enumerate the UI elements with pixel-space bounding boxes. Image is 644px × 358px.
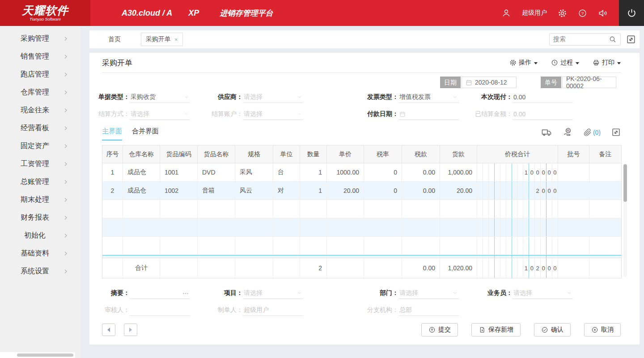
cell[interactable]: 对 [273,182,300,200]
pay-date-input[interactable] [398,108,459,120]
cancel-button[interactable]: 取消 [584,323,621,337]
cell[interactable]: 1 [300,163,327,181]
power-button[interactable] [619,0,644,26]
vertical-scrollbar[interactable] [623,163,627,277]
cell[interactable] [102,256,123,258]
cell[interactable] [477,256,558,258]
cell[interactable] [235,237,273,255]
cell[interactable] [589,163,621,181]
cell[interactable] [589,218,621,236]
tab-merged-view[interactable]: 合并界面 [132,127,159,136]
cell[interactable] [235,258,273,278]
table-empty-row[interactable] [102,200,621,218]
cell[interactable] [300,237,327,255]
search-icon[interactable] [609,35,617,43]
cash-paid-input[interactable]: 0.00 [513,91,573,103]
cell[interactable]: 成品仓 [123,163,160,181]
cell[interactable] [327,218,364,236]
table-partial-row[interactable] [102,255,621,258]
cell[interactable] [160,237,198,255]
cell[interactable] [273,237,300,255]
table-total-row[interactable]: 合计20.001,020.00102000 [102,258,621,278]
cell[interactable] [123,237,160,255]
attachment-button[interactable]: (0) [584,128,601,136]
cell[interactable] [364,237,402,255]
table-empty-row[interactable] [102,218,621,237]
cell[interactable] [440,218,477,236]
sidebar-item[interactable]: 跑店管理 [0,65,80,83]
cell[interactable] [402,218,440,236]
cell[interactable] [558,237,589,255]
cell[interactable]: 采风 [235,163,273,181]
cell[interactable] [440,256,477,258]
scrollbar-thumb[interactable] [17,354,73,357]
cell[interactable]: 1 [300,182,327,200]
cell[interactable]: 1,020.00 [440,258,477,278]
cell[interactable] [273,256,300,258]
cell[interactable] [273,258,300,278]
cell[interactable]: DVD [198,163,235,181]
scrollbar-thumb[interactable] [623,164,627,202]
date-input[interactable]: 2020-08-12 [462,77,517,88]
cell[interactable] [198,258,235,278]
department-select[interactable]: 请选择 [398,287,459,299]
fullscreen-icon[interactable] [626,34,636,44]
cell[interactable] [273,200,300,218]
cell[interactable] [273,218,300,236]
cell[interactable] [477,237,558,255]
tab-home[interactable]: 首页 [108,35,121,43]
cell[interactable]: 1000.00 [327,163,364,181]
cell[interactable] [102,258,123,278]
tax-rate-icon[interactable]: 税 [563,127,573,137]
cell[interactable]: 20.00 [327,182,364,200]
settings-icon[interactable] [558,9,567,18]
cell[interactable] [123,256,160,258]
summary-input[interactable]: ⋯ [130,287,190,299]
next-record-button[interactable] [124,324,137,336]
sidebar-item[interactable]: 总账管理 [0,173,80,191]
cell[interactable] [198,218,235,236]
process-button[interactable]: 过程 [551,59,579,67]
sidebar-item[interactable]: 期末处理 [0,191,80,209]
operate-button[interactable]: 操作 [509,59,538,67]
username[interactable]: 超级用户 [522,9,547,17]
cell[interactable]: 成品仓 [123,182,160,200]
cell[interactable]: 1001 [160,163,198,181]
delivery-truck-icon[interactable] [542,127,552,137]
sidebar-item[interactable]: 仓库管理 [0,83,80,101]
supplier-select[interactable]: 请选择 [243,91,303,103]
cell[interactable] [102,200,123,218]
cell[interactable] [198,237,235,255]
table-row[interactable]: 1成品仓1001DVD采风台11000.0000.001,000.0010000… [102,163,621,182]
cell[interactable] [589,256,621,258]
cell[interactable] [235,218,273,236]
cell[interactable] [589,182,621,200]
sidebar-item[interactable]: 销售管理 [0,47,80,65]
cell[interactable] [558,218,589,236]
table-row[interactable]: 2成品仓1002音箱风云对120.0000.0020.002000 [102,182,621,200]
sidebar-item[interactable]: 系统设置 [0,262,80,280]
cell[interactable] [327,256,364,258]
submit-button[interactable]: 提交 [421,323,458,337]
cell[interactable]: 合计 [123,258,160,278]
sound-icon[interactable] [598,8,608,18]
cell[interactable] [364,258,402,278]
search-input[interactable]: 搜索 [549,33,621,46]
cell[interactable] [558,256,589,258]
cell[interactable] [160,258,198,278]
cell[interactable] [300,218,327,236]
cell[interactable] [300,256,327,258]
cell[interactable] [364,218,402,236]
cell[interactable]: 1002 [160,182,198,200]
cell[interactable] [235,200,273,218]
cell[interactable]: 0.00 [402,182,440,200]
cell[interactable] [364,256,402,258]
cell[interactable] [589,237,621,255]
cell[interactable] [558,258,589,278]
cell[interactable] [402,237,440,255]
cell[interactable]: 20.00 [440,182,477,200]
cell[interactable] [300,200,327,218]
sidebar-item[interactable]: 采购管理 [0,30,80,47]
cell[interactable]: 2 [102,182,123,200]
cell[interactable]: 风云 [235,182,273,200]
